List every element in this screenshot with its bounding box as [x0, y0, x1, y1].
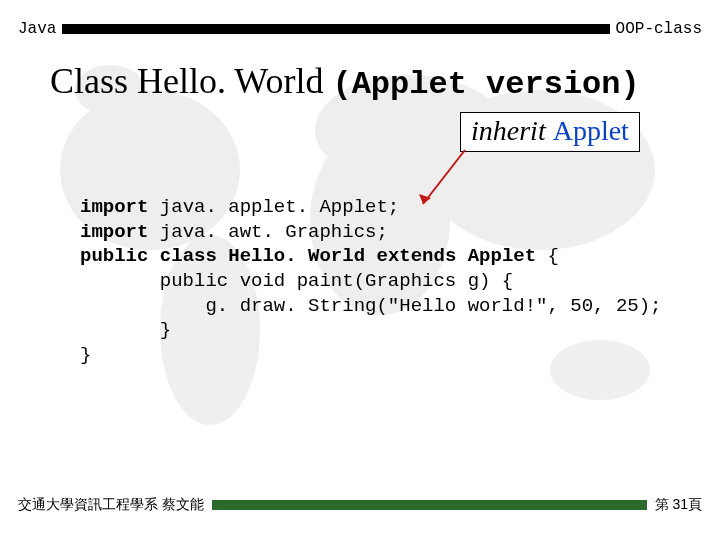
slide-title: Class Hello. World (Applet version) [50, 60, 640, 103]
header: Java OOP-class [18, 20, 702, 38]
inherit-applet-box: inherit Applet [460, 112, 640, 152]
header-left-text: Java [18, 20, 56, 38]
inherit-italic: inherit [471, 115, 553, 146]
header-right-text: OOP-class [616, 20, 702, 38]
footer: 交通大學資訊工程學系 蔡文能 第 31頁 [18, 496, 702, 514]
inherit-applet-link: Applet [553, 115, 629, 146]
title-plain: Class Hello. World [50, 61, 332, 101]
footer-left-text: 交通大學資訊工程學系 蔡文能 [18, 496, 204, 514]
footer-page-number: 第 31頁 [655, 496, 702, 514]
footer-divider-bar [212, 500, 647, 510]
title-mono: (Applet version) [332, 66, 639, 103]
code-block: import java. applet. Applet; import java… [80, 195, 662, 368]
header-divider-bar [62, 24, 609, 34]
